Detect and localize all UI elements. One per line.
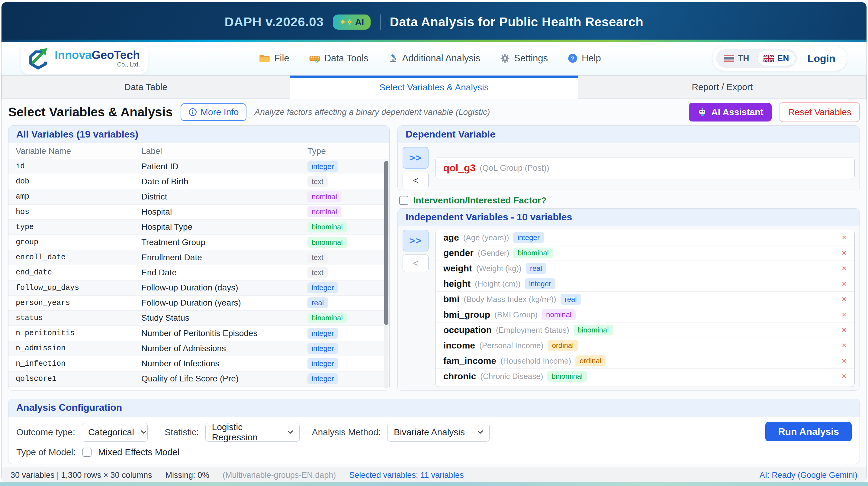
analysis-configuration-panel: Analysis Configuration Outcome type: Cat… — [8, 399, 860, 464]
remove-variable-icon[interactable]: × — [842, 248, 846, 258]
table-row[interactable]: n_peritonitisNumber of Peritonitis Episo… — [8, 326, 389, 341]
lang-en-button[interactable]: EN — [757, 51, 796, 66]
login-button[interactable]: Login — [807, 53, 835, 64]
remove-independent-button[interactable]: < — [403, 255, 429, 272]
independent-variable-row[interactable]: weight(Weight (kg))real× — [435, 261, 855, 276]
table-row[interactable]: groupTreatment Groupbinominal — [8, 235, 389, 250]
independent-variable-row[interactable]: bmi(Body Mass Index (kg/m²))real× — [435, 292, 855, 307]
tab-select-variables[interactable]: Select Variables & Analysis — [290, 75, 578, 99]
dependent-variable-name: qol_g3 — [443, 162, 475, 174]
type-badge: ordinal — [575, 355, 606, 366]
microscope-icon — [389, 53, 398, 63]
uk-flag-icon — [764, 55, 774, 62]
type-badge: binominal — [307, 313, 347, 323]
mixed-effects-checkbox[interactable] — [83, 448, 92, 457]
outcome-type-label: Outcome type: — [16, 427, 75, 437]
outcome-type-select[interactable]: Categorical — [82, 423, 148, 441]
independent-variable-row[interactable]: gender(Gender)binominal× — [435, 246, 855, 261]
file-name: (Multivariable-groups-EN.daph) — [223, 470, 336, 480]
type-badge: text — [307, 176, 328, 187]
remove-variable-icon[interactable]: × — [842, 294, 846, 304]
remove-variable-icon[interactable]: × — [842, 356, 846, 366]
type-badge: integer — [525, 278, 555, 289]
table-row[interactable]: idPatient IDinteger — [8, 159, 389, 174]
independent-variable-row[interactable]: chronic(Chronic Disease)binominal× — [435, 369, 855, 384]
remove-variable-icon[interactable]: × — [842, 325, 846, 335]
type-badge: nominal — [307, 191, 341, 202]
analysis-configuration-title: Analysis Configuration — [8, 399, 860, 417]
dependent-variable-slot[interactable]: qol_g3 (QoL Group (Post)) — [435, 157, 855, 179]
type-badge: binominal — [514, 248, 553, 258]
statistic-select[interactable]: Logistic Regression — [205, 423, 300, 441]
remove-variable-icon[interactable]: × — [842, 310, 846, 319]
info-icon — [188, 108, 197, 116]
type-badge: nominal — [307, 206, 341, 217]
type-badge: integer — [307, 328, 338, 339]
main-content: Select Variables & Analysis More Info An… — [1, 99, 867, 467]
reset-variables-button[interactable]: Reset Variables — [779, 102, 860, 122]
remove-variable-icon[interactable]: × — [842, 279, 846, 289]
run-analysis-button[interactable]: Run Analysis — [765, 422, 852, 441]
company-logo[interactable]: InnovaGeoTech Co., Ltd. — [21, 43, 148, 74]
remove-dependent-button[interactable]: < — [403, 172, 429, 189]
table-row[interactable]: statusStudy Statusbinominal — [8, 311, 389, 326]
table-row[interactable]: enroll_dateEnrollment Datetext — [8, 250, 389, 265]
independent-variables-list: age(Age (years))integer× gender(Gender)b… — [435, 230, 855, 387]
ruler-icon — [309, 54, 320, 63]
menu-data-tools[interactable]: Data Tools — [309, 53, 369, 64]
table-row[interactable]: n_admissionNumber of Admissionsinteger — [8, 341, 389, 356]
intervention-checkbox[interactable] — [399, 196, 408, 205]
independent-variable-row[interactable]: height(Height (cm))integer× — [435, 276, 855, 292]
independent-variable-row[interactable]: income(Personal Income)ordinal× — [435, 338, 855, 353]
account-controls: TH EN Login — [712, 46, 847, 71]
thai-flag-icon — [724, 55, 734, 62]
table-row[interactable]: hosHospitalnominal — [8, 205, 389, 220]
type-badge: binominal — [574, 324, 613, 336]
type-badge: text — [307, 267, 328, 278]
folder-icon — [259, 54, 270, 63]
move-all-to-dependent-button[interactable]: >> — [403, 147, 429, 169]
app-window: DAPH v.2026.03 ✦✧ AI Data Analysis for P… — [1, 2, 867, 482]
sparkles-icon: ✦✧ — [339, 18, 353, 27]
table-row[interactable]: qolscore1Quality of Life Score (Pre)inte… — [8, 371, 389, 387]
menu-settings[interactable]: Settings — [500, 53, 548, 64]
help-icon: ? — [568, 54, 578, 63]
table-row[interactable]: typeHospital Typebinominal — [8, 220, 389, 235]
analysis-method-select[interactable]: Bivariate Analysis — [388, 423, 490, 441]
table-header: Variable Name Label Type — [8, 143, 389, 159]
type-badge: real — [526, 263, 546, 274]
table-row[interactable]: end_dateEnd Datetext — [8, 265, 389, 280]
dependent-variable-label: (QoL Group (Post)) — [479, 164, 549, 173]
more-info-button[interactable]: More Info — [181, 103, 247, 121]
status-bar: 30 variables | 1,300 rows × 30 columns M… — [1, 467, 867, 482]
scrollbar-thumb[interactable] — [384, 161, 389, 325]
table-row[interactable]: person_yearsFollow-up Duration (years)re… — [8, 295, 389, 311]
independent-variable-row[interactable]: fam_income(Household Income)ordinal× — [435, 353, 855, 369]
type-badge: binominal — [307, 222, 347, 232]
independent-variable-row[interactable]: bmi_group(BMI Group)nominal× — [435, 307, 855, 322]
remove-variable-icon[interactable]: × — [842, 371, 846, 381]
menu-file[interactable]: File — [259, 53, 289, 64]
scrollbar-track[interactable] — [384, 161, 389, 389]
chevron-down-icon — [477, 430, 483, 434]
menu-additional-analysis[interactable]: Additional Analysis — [389, 53, 480, 64]
table-row[interactable]: dobDate of Birthtext — [8, 174, 389, 189]
table-row[interactable]: n_infectionNumber of Infectionsinteger — [8, 356, 389, 371]
table-row[interactable]: ampDistrictnominal — [8, 189, 389, 204]
remove-variable-icon[interactable]: × — [842, 263, 846, 273]
menu-help[interactable]: ? Help — [568, 53, 601, 64]
move-all-to-independent-button[interactable]: >> — [403, 230, 429, 252]
remove-variable-icon[interactable]: × — [842, 233, 846, 242]
panels-row: All Variables (19 variables) Variable Na… — [8, 125, 860, 391]
lang-th-button[interactable]: TH — [718, 51, 755, 65]
remove-variable-icon[interactable]: × — [842, 341, 846, 350]
tab-data-table[interactable]: Data Table — [1, 75, 290, 99]
type-badge: integer — [307, 282, 338, 293]
statistic-label: Statistic: — [164, 427, 199, 437]
independent-variable-row[interactable]: occupation(Employment Status)binominal× — [435, 322, 855, 338]
independent-variable-row[interactable]: age(Age (years))integer× — [435, 230, 855, 246]
tab-report-export[interactable]: Report / Export — [578, 75, 867, 99]
robot-icon — [698, 107, 707, 117]
table-row[interactable]: follow_up_daysFollow-up Duration (days)i… — [8, 281, 389, 295]
ai-assistant-button[interactable]: AI Assistant — [689, 103, 772, 121]
